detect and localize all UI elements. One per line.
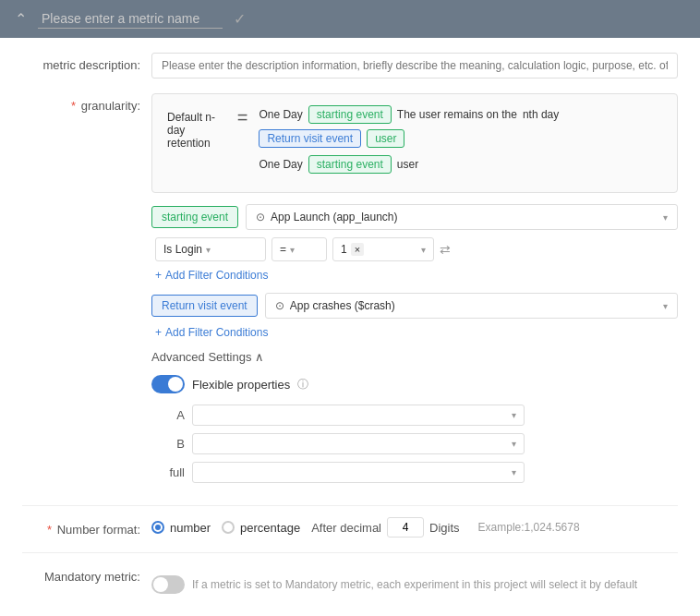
return-event-chevron: ▾ xyxy=(663,301,668,311)
top-bar: ⌃ ✓ xyxy=(0,0,700,38)
mandatory-toggle[interactable] xyxy=(151,575,185,594)
prop-full-label: full xyxy=(151,465,185,479)
granularity-box: Default n-day retention = One Day starti… xyxy=(151,93,678,193)
return-event-badge[interactable]: Return visit event xyxy=(151,295,258,317)
add-filter-text: Add Filter Conditions xyxy=(165,269,268,282)
starting-event-select[interactable]: ⊙ App Launch (app_launch) ▾ xyxy=(246,204,678,230)
swap-icon[interactable]: ⇄ xyxy=(440,242,451,257)
search-icon-return: ⊙ xyxy=(275,299,284,312)
user-tag-1: user xyxy=(367,129,404,148)
filter-op-chevron: ▾ xyxy=(290,245,295,255)
number-format-options: number percentage After decimal Digits E… xyxy=(151,517,678,537)
filter-field-select[interactable]: Is Login ▾ xyxy=(155,237,266,261)
mandatory-description: If a metric is set to Mandatory metric, … xyxy=(192,578,637,591)
formula-line-1: One Day starting event The user remains … xyxy=(259,105,662,148)
prop-a-chevron: ▾ xyxy=(512,410,516,420)
equals-sign: = xyxy=(237,105,248,128)
prop-full-select[interactable]: ▾ xyxy=(192,462,525,483)
flexible-properties-label: Flexible properties xyxy=(192,378,290,392)
percentage-radio-label: percentage xyxy=(240,521,300,535)
filter-conditions-row: Is Login ▾ = ▾ 1 × ▾ ⇄ xyxy=(151,237,678,261)
add-filter-conditions-link[interactable]: + Add Filter Conditions xyxy=(151,269,678,282)
divider-1 xyxy=(22,505,678,506)
prop-a-select[interactable]: ▾ xyxy=(192,405,525,426)
granularity-row: * granularity: Default n-day retention =… xyxy=(22,93,678,490)
decimal-input[interactable] xyxy=(387,517,424,537)
add-filter-plus-icon: + xyxy=(155,269,162,282)
main-content: metric description: * granularity: Defau… xyxy=(0,38,700,616)
metric-description-label: metric description: xyxy=(22,53,151,72)
decimal-group: After decimal Digits xyxy=(311,517,459,537)
one-day-text-1: One Day xyxy=(259,108,302,121)
number-radio-button[interactable] xyxy=(151,521,164,534)
default-n-day-label: Default n-day xyxy=(167,111,226,137)
filter-value-text: 1 xyxy=(341,243,347,256)
metric-name-input[interactable] xyxy=(38,9,223,29)
number-format-row: * Number format: number percentage After… xyxy=(22,517,678,537)
confirm-icon[interactable]: ✓ xyxy=(234,10,246,28)
return-event-select[interactable]: ⊙ App crashes ($crash) ▾ xyxy=(265,293,678,319)
add-filter-conditions-return-link[interactable]: + Add Filter Conditions xyxy=(151,326,678,339)
advanced-settings-chevron: ∧ xyxy=(255,350,264,364)
back-chevron-icon[interactable]: ⌃ xyxy=(15,10,27,28)
return-visit-tag: Return visit event xyxy=(259,129,361,148)
required-star: * xyxy=(71,99,76,113)
prop-b-chevron: ▾ xyxy=(512,439,516,449)
event-section: starting event ⊙ App Launch (app_launch)… xyxy=(151,204,678,483)
search-icon-starting: ⊙ xyxy=(256,211,265,223)
filter-value-chevron: ▾ xyxy=(421,245,426,255)
after-decimal-label: After decimal xyxy=(311,521,381,535)
return-event-row: Return visit event ⊙ App crashes ($crash… xyxy=(151,293,678,319)
metric-description-input[interactable] xyxy=(151,53,678,79)
advanced-settings-header[interactable]: Advanced Settings ∧ xyxy=(151,350,678,364)
metric-description-row: metric description: xyxy=(22,53,678,79)
return-event-text: App crashes ($crash) xyxy=(290,299,395,312)
mandatory-metric-row: Mandatory metric: If a metric is set to … xyxy=(22,564,678,594)
number-format-label: * Number format: xyxy=(22,517,151,537)
percentage-radio-button[interactable] xyxy=(222,521,235,534)
flexible-properties-toggle[interactable] xyxy=(151,375,185,393)
filter-operator-select[interactable]: = ▾ xyxy=(272,237,327,261)
return-add-filter-plus: + xyxy=(155,326,162,339)
property-full-row: full ▾ xyxy=(151,462,678,483)
number-radio-label: number xyxy=(170,521,211,535)
flexible-properties-row: Flexible properties ⓘ xyxy=(151,375,678,393)
return-add-filter-text: Add Filter Conditions xyxy=(165,326,268,339)
prop-b-select[interactable]: ▾ xyxy=(192,433,525,454)
divider-2 xyxy=(22,552,678,553)
formula-line-2: One Day starting event user xyxy=(259,155,662,174)
one-day-text-2: One Day xyxy=(259,158,302,171)
digits-label: Digits xyxy=(429,521,460,535)
number-required-star: * xyxy=(47,523,52,537)
flexible-info-icon: ⓘ xyxy=(297,377,308,393)
prop-b-label: B xyxy=(151,437,185,451)
example-text: Example:1,024.5678 xyxy=(478,521,580,534)
user-text-2: user xyxy=(397,158,418,171)
percentage-radio-group: percentage xyxy=(222,521,300,535)
filter-field-chevron: ▾ xyxy=(206,245,211,255)
starting-event-row: starting event ⊙ App Launch (app_launch)… xyxy=(151,204,678,230)
filter-operator-text: = xyxy=(280,243,286,256)
starting-event-chevron: ▾ xyxy=(663,212,668,223)
starting-event-badge[interactable]: starting event xyxy=(151,206,238,228)
mandatory-row: If a metric is set to Mandatory metric, … xyxy=(151,575,678,594)
filter-field-text: Is Login xyxy=(163,243,202,256)
prop-a-label: A xyxy=(151,408,185,422)
remains-text: The user remains on the xyxy=(397,108,517,121)
advanced-settings-label: Advanced Settings xyxy=(151,350,251,364)
starting-event-tag-2: starting event xyxy=(308,155,392,174)
property-b-row: B ▾ xyxy=(151,433,678,454)
prop-full-chevron: ▾ xyxy=(512,467,516,477)
nth-text: nth day xyxy=(523,108,559,121)
starting-event-tag-1: starting event xyxy=(308,105,392,124)
number-radio-group: number xyxy=(151,521,211,535)
property-a-row: A ▾ xyxy=(151,405,678,426)
filter-value-remove[interactable]: × xyxy=(351,243,364,256)
filter-value-box[interactable]: 1 × ▾ xyxy=(332,237,434,261)
granularity-label: * granularity: xyxy=(22,93,151,113)
mandatory-metric-label: Mandatory metric: xyxy=(22,564,151,584)
retention-label: retention xyxy=(167,137,226,150)
starting-event-text: App Launch (app_launch) xyxy=(271,211,397,223)
